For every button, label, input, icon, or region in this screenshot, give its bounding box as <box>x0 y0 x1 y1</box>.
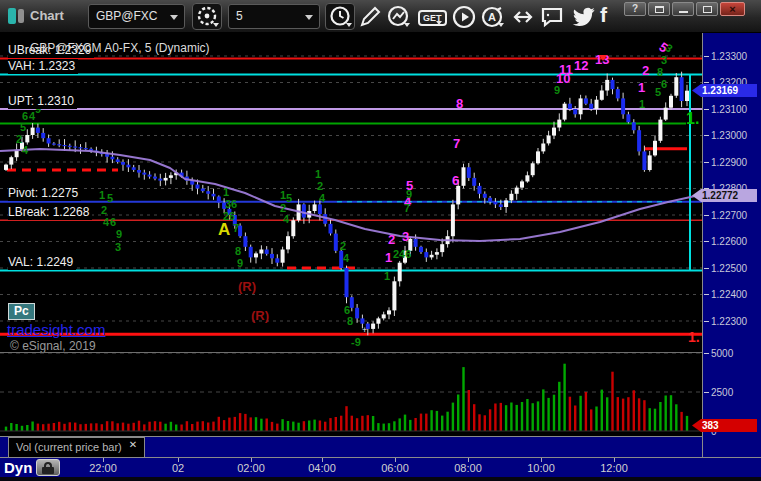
green-count-label: 9 <box>116 228 122 240</box>
time-settings-button[interactable] <box>325 3 355 30</box>
price-axis-label: 1.22700 <box>711 210 747 221</box>
play-button[interactable] <box>452 5 478 29</box>
twitter-share-button[interactable] <box>570 5 598 29</box>
wave-number-label: 8 <box>456 96 463 111</box>
price-axis-tick <box>704 268 709 269</box>
time-axis-label: 04:00 <box>300 462 344 474</box>
volume-indicator-tab[interactable]: Vol (current price bar)✕ <box>8 437 145 457</box>
green-count-label: 8 <box>657 66 663 78</box>
facebook-share-button[interactable]: f <box>600 3 618 27</box>
point-a-label: A <box>218 220 230 240</box>
maximize-button[interactable] <box>696 2 718 16</box>
settings-button[interactable] <box>192 3 222 30</box>
r-warning-label: (R) <box>251 308 269 323</box>
minimize-button[interactable] <box>672 2 694 16</box>
indicator-tab-row: Vol (current price bar)✕ <box>0 436 702 457</box>
wave-number-label: 11 <box>559 62 573 77</box>
green-count-label: 1 <box>315 168 321 180</box>
green-count-label: 1 <box>223 186 229 198</box>
green-count-label: 5 <box>20 121 26 133</box>
time-axis-bar: Dyn 22:000202:0004:0006:0008:0010:0012:0… <box>0 457 761 477</box>
chevron-down-icon <box>305 15 313 20</box>
symbol-value: GBP@FXC <box>96 9 158 23</box>
green-count-label: 246 <box>393 248 411 260</box>
green-count-label: 4 <box>319 192 325 204</box>
wave-number-label: 2 <box>642 63 649 78</box>
help-button[interactable]: ? <box>624 2 646 16</box>
symbol-select[interactable]: GBP@FXC <box>88 4 185 29</box>
close-icon: × <box>729 3 735 15</box>
price-axis-label: 1.23100 <box>711 104 747 115</box>
close-button[interactable]: × <box>720 2 745 16</box>
app-icon <box>8 8 16 24</box>
green-count-label: 3 <box>115 241 121 253</box>
green-count-label: 2 <box>340 240 346 252</box>
time-axis-label: 10:00 <box>519 462 563 474</box>
popout-button[interactable] <box>648 2 670 16</box>
price-axis-tick <box>704 109 709 110</box>
green-count-label: 4 <box>283 213 289 225</box>
volume-pane[interactable] <box>0 353 702 436</box>
wave-number-label: 1 <box>638 80 645 95</box>
price-axis-label: 1.22400 <box>711 289 747 300</box>
chevron-down-icon <box>213 23 219 27</box>
interval-select[interactable]: 5 <box>228 4 320 29</box>
draw-button[interactable] <box>358 5 384 29</box>
play-icon <box>452 5 476 29</box>
get-data-button[interactable]: GET <box>418 7 444 27</box>
r-warning-label: (R) <box>238 279 256 294</box>
time-axis-label: 02:00 <box>229 462 273 474</box>
chevron-down-icon <box>170 15 178 20</box>
price-axis-tick <box>704 215 709 216</box>
price-axis-label: 1.22300 <box>711 316 747 327</box>
red-line-label: 1. <box>688 329 700 345</box>
last-price-badge: 1.23169 <box>692 84 757 97</box>
price-chart-svg <box>0 32 702 352</box>
price-axis-tick <box>704 188 709 189</box>
close-icon[interactable]: ✕ <box>129 439 137 450</box>
green-count-label: 1 <box>384 270 390 282</box>
green-count-label: 2 <box>317 180 323 192</box>
time-axis-label: 02 <box>156 462 200 474</box>
green-count-label: 5 <box>107 192 113 204</box>
price-axis-tick <box>704 294 709 295</box>
green-line-label: 1. <box>686 110 699 128</box>
green-count-label: 5 <box>286 192 292 204</box>
green-count-label: 8 <box>235 245 241 257</box>
time-axis-label: 12:00 <box>592 462 636 474</box>
price-axis-label: 1.22500 <box>711 263 747 274</box>
minus9-label: -9 <box>351 336 361 348</box>
low-marker: + <box>362 325 367 335</box>
price-axis-tick <box>704 241 709 242</box>
lock-button[interactable] <box>36 459 60 476</box>
time-axis-label: 08:00 <box>446 462 490 474</box>
time-axis-label: 22:00 <box>81 462 125 474</box>
wave-number-label: 12 <box>574 58 588 73</box>
transfer-button[interactable] <box>511 5 537 29</box>
trend-tool-button[interactable] <box>386 5 412 29</box>
last-volume-badge: 383 <box>692 419 757 432</box>
auto-analysis-button[interactable]: A <box>480 5 506 29</box>
transfer-icon <box>511 5 535 29</box>
window-bottom-strip <box>0 477 761 481</box>
green-count-label: 9 <box>554 84 560 96</box>
chevron-down-icon <box>498 23 504 27</box>
volume-axis-label: 2500 <box>711 387 733 398</box>
tradesight-link[interactable]: tradesight.com <box>7 321 105 338</box>
green-count-label: 3 <box>661 54 667 66</box>
dynamic-mode-button[interactable]: Dyn <box>4 459 32 476</box>
ma-value-badge: 1.22772 <box>692 189 757 202</box>
price-axis-label: 1.22900 <box>711 157 747 168</box>
price-axis-tick <box>704 162 709 163</box>
price-axis-tick <box>704 56 709 57</box>
green-count-label: 1 <box>99 189 105 201</box>
interval-value: 5 <box>236 9 243 23</box>
time-axis-label: 06:00 <box>373 462 417 474</box>
copyright-text: © eSignal, 2019 <box>10 339 96 353</box>
minimize-icon <box>679 11 688 13</box>
chat-button[interactable] <box>540 5 566 29</box>
volume-axis-tick <box>704 353 709 354</box>
price-pane[interactable]: GBP@FXCM A0-FX, 5 (Dynamic) Pc tradesigh… <box>0 32 702 353</box>
toolbar: Chart GBP@FXC 5 <box>0 0 761 33</box>
green-count-label: 1 <box>639 98 645 110</box>
